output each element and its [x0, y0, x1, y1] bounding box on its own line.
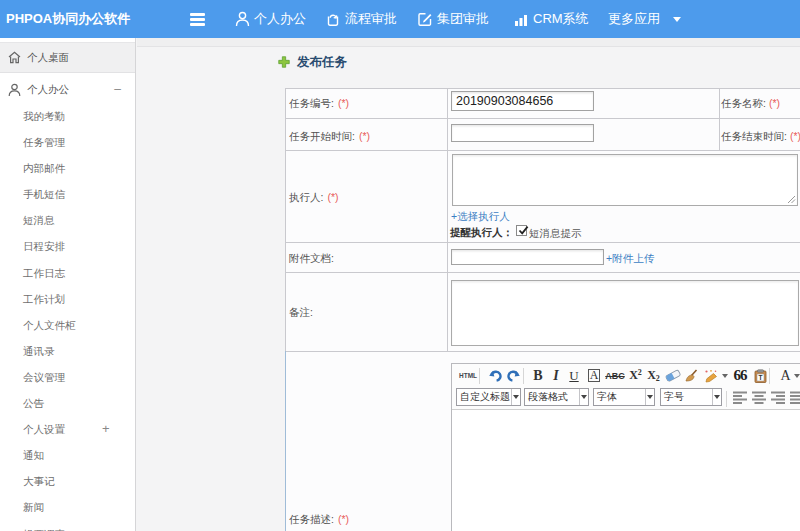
- note-label: 备注:: [289, 306, 313, 320]
- nav-group-approval[interactable]: 集团审批: [417, 0, 489, 38]
- page-title: 发布任务: [278, 55, 347, 69]
- editor-html-button[interactable]: HTML: [458, 365, 478, 386]
- attachment-input[interactable]: [451, 249, 604, 265]
- resize-grip-icon[interactable]: [787, 195, 796, 204]
- sidebar-item-internal-mail[interactable]: 内部邮件: [0, 155, 135, 181]
- remind-label: 提醒执行人：: [450, 226, 513, 240]
- sidebar-section-label: 个人办公: [27, 83, 69, 97]
- sms-checkbox[interactable]: [516, 225, 527, 236]
- editor-redo-button[interactable]: [505, 365, 522, 386]
- editor-eraser-button[interactable]: [664, 365, 681, 386]
- align-right-icon[interactable]: [771, 391, 785, 404]
- align-left-icon[interactable]: [733, 391, 747, 404]
- sidebar-submenu: 我的考勤 任务管理 内部邮件 手机短信 短消息 日程安排 工作日志 工作计划 个…: [0, 103, 135, 531]
- rich-text-editor: HTML B I U A: [451, 363, 800, 531]
- editor-toolbar: HTML B I U A: [452, 364, 800, 410]
- nav-personal-office[interactable]: 个人办公: [235, 0, 306, 38]
- sidebar-item-desktop[interactable]: 个人桌面: [0, 42, 135, 73]
- paste-icon: T: [754, 369, 767, 383]
- required-mark: (*): [769, 97, 780, 109]
- select-arrow-icon[interactable]: [645, 389, 654, 405]
- editor-blockquote-button[interactable]: 66: [731, 365, 749, 386]
- edit-square-icon: [417, 11, 433, 27]
- select-arrow-icon[interactable]: [712, 389, 721, 405]
- nav-crm[interactable]: CRM系统: [514, 0, 589, 38]
- undo-icon: [488, 369, 502, 382]
- redo-icon: [507, 369, 521, 382]
- sidebar-item-news[interactable]: 新闻: [0, 494, 135, 520]
- editor-underline-button[interactable]: U: [567, 365, 581, 386]
- required-mark: (*): [327, 191, 338, 203]
- select-arrow-icon[interactable]: [579, 389, 588, 405]
- align-justify-icon[interactable]: [790, 391, 800, 404]
- expand-icon[interactable]: +: [102, 416, 110, 442]
- editor-content-area[interactable]: [452, 411, 800, 531]
- editor-quickformat-button[interactable]: [702, 365, 728, 386]
- editor-paste-text-button[interactable]: T: [752, 365, 768, 386]
- sidebar-item-task-management[interactable]: 任务管理: [0, 129, 135, 155]
- editor-strikethrough-button[interactable]: ABC: [605, 365, 625, 386]
- sidebar-item-schedule[interactable]: 日程安排: [0, 233, 135, 259]
- nav-more-apps[interactable]: 更多应用: [608, 0, 681, 38]
- editor-bold-button[interactable]: B: [530, 365, 546, 386]
- app-logo: PHPOA协同办公软件: [6, 0, 130, 38]
- caret-down-icon: [794, 374, 800, 378]
- user-icon: [8, 83, 21, 97]
- editor-fontsize-select[interactable]: 字号: [660, 388, 722, 406]
- collapse-icon[interactable]: –: [114, 82, 121, 96]
- sidebar-item-personal-settings[interactable]: 个人设置+: [0, 416, 135, 442]
- editor-paragraph-select[interactable]: 段落格式: [524, 388, 589, 406]
- sidebar-section-personal-office[interactable]: 个人办公 –: [0, 74, 135, 105]
- sidebar-item-meeting[interactable]: 会议管理: [0, 364, 135, 390]
- required-mark: (*): [790, 130, 800, 142]
- home-icon: [8, 51, 21, 64]
- start-time-input[interactable]: [451, 124, 594, 142]
- select-arrow-icon[interactable]: [511, 389, 520, 405]
- attachment-label: 附件文档:: [289, 252, 334, 266]
- required-mark: (*): [338, 97, 349, 109]
- end-time-label: 任务结束时间:(*): [721, 130, 800, 144]
- editor-superscript-button[interactable]: X2: [628, 365, 643, 386]
- sidebar-item-sms[interactable]: 手机短信: [0, 181, 135, 207]
- editor-italic-button[interactable]: I: [550, 365, 562, 386]
- attachment-upload-link[interactable]: +附件上传: [606, 252, 654, 266]
- broom-icon: [684, 369, 699, 383]
- sidebar-item-vote[interactable]: 投票调查: [0, 521, 135, 531]
- note-textarea[interactable]: [451, 280, 799, 346]
- content-top-strip: [137, 38, 800, 47]
- editor-fontname-select[interactable]: 字体: [593, 388, 655, 406]
- sidebar-item-file-cabinet[interactable]: 个人文件柜: [0, 312, 135, 338]
- editor-formatbrush-button[interactable]: [683, 365, 700, 386]
- sidebar-item-attendance[interactable]: 我的考勤: [0, 103, 135, 129]
- editor-heading-select[interactable]: 自定义标题: [456, 388, 521, 406]
- required-mark: (*): [359, 130, 370, 142]
- start-time-label: 任务开始时间:(*): [289, 130, 370, 144]
- bar-chart-icon: [514, 12, 529, 27]
- top-navbar: PHPOA协同办公软件 个人办公 流程审批 集团审批 CRM系统: [0, 0, 800, 38]
- sidebar-item-label: 个人桌面: [27, 51, 69, 65]
- sidebar-item-announcement[interactable]: 公告: [0, 390, 135, 416]
- choose-executor-link[interactable]: +选择执行人: [451, 210, 510, 224]
- sidebar-item-contacts[interactable]: 通讯录: [0, 338, 135, 364]
- editor-subscript-button[interactable]: X2: [646, 365, 661, 386]
- editor-forecolor-button[interactable]: A: [586, 365, 602, 386]
- editor-undo-button[interactable]: [486, 365, 503, 386]
- svg-text:T: T: [758, 374, 762, 381]
- caret-down-icon: [722, 374, 728, 378]
- task-name-label: 任务名称:(*): [721, 97, 780, 111]
- sidebar-item-work-plan[interactable]: 工作计划: [0, 286, 135, 312]
- editor-fontcolor-button[interactable]: A: [777, 365, 800, 386]
- process-icon: [325, 11, 341, 27]
- nav-process-approval[interactable]: 流程审批: [325, 0, 397, 38]
- main-content: 发布任务 任务编号:(*) 任务名称:(*) 任务开始时间:(*) 任务结束时间…: [137, 38, 800, 531]
- sidebar-item-notice[interactable]: 通知: [0, 442, 135, 468]
- sidebar-item-events[interactable]: 大事记: [0, 468, 135, 494]
- task-number-input[interactable]: [451, 91, 594, 111]
- align-center-icon[interactable]: [752, 391, 766, 404]
- sidebar-item-short-message[interactable]: 短消息: [0, 207, 135, 233]
- required-mark: (*): [338, 513, 349, 525]
- user-icon: [235, 11, 250, 27]
- sidebar-item-work-log[interactable]: 工作日志: [0, 260, 135, 286]
- executor-textarea[interactable]: [452, 154, 798, 206]
- menu-toggle-icon[interactable]: [190, 13, 205, 26]
